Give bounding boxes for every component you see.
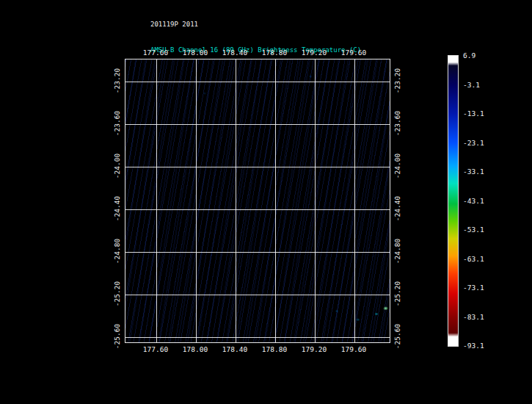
colorbar-tick-label: -23.1	[463, 138, 484, 146]
grid-line-horizontal	[125, 209, 390, 210]
y-tick-label-right: -23.60	[393, 111, 401, 136]
y-tick-label-left: -24.40	[113, 196, 121, 221]
colorbar-tick-label: -43.1	[463, 196, 484, 204]
y-tick-label-right: -25.20	[393, 281, 401, 306]
product-id: 201119P 2011	[150, 21, 361, 29]
colorbar-tick-label: 6.9	[463, 51, 475, 59]
y-tick-label-left: -25.60	[113, 324, 121, 349]
colorbar-tick-label: -63.1	[463, 254, 484, 262]
x-tick-label-top: 178.00	[183, 48, 208, 57]
grid-line-vertical	[236, 59, 236, 342]
y-tick-label-right: -25.60	[393, 324, 401, 349]
x-tick-label-bottom: 179.20	[302, 345, 327, 353]
colorbar-tick-label: -53.1	[463, 226, 484, 234]
colorbar-tick-label: -3.1	[463, 80, 480, 88]
y-tick-label-left: -23.60	[113, 111, 121, 136]
grid-line-horizontal	[125, 124, 390, 125]
y-tick-label-right: -24.80	[393, 239, 401, 264]
colorbar-tick-label: -33.1	[463, 167, 484, 176]
colorbar-tick-label: -13.1	[463, 109, 484, 118]
x-tick-label-top: 179.20	[302, 48, 327, 57]
grid-line-vertical	[156, 59, 157, 342]
colorbar-tick-label: -83.1	[463, 312, 484, 320]
grid-line-horizontal	[125, 295, 390, 295]
x-tick-label-bottom: 177.60	[143, 345, 168, 353]
x-tick-label-bottom: 178.00	[183, 345, 208, 353]
satellite-product-screen: 201119P 2011 AMSU-B Channel 16 (89 GHz) …	[0, 0, 532, 404]
y-tick-label-right: -24.40	[393, 196, 401, 221]
map-plot-area	[125, 59, 390, 343]
grid-line-horizontal	[125, 337, 390, 338]
grid-line-vertical	[315, 59, 316, 342]
colorbar-gradient	[448, 55, 459, 347]
x-tick-label-top: 179.60	[341, 48, 366, 57]
x-tick-label-top: 178.40	[222, 48, 247, 57]
x-tick-label-top: 177.60	[143, 48, 168, 57]
y-tick-label-left: -25.20	[113, 281, 121, 306]
grid-line-horizontal	[125, 82, 390, 82]
y-tick-label-right: -23.20	[393, 68, 401, 93]
colorbar-tick-label: -93.1	[463, 342, 484, 350]
y-tick-label-left: -24.80	[113, 239, 121, 264]
colorbar-tick-label: -73.1	[463, 284, 484, 292]
grid-line-vertical	[354, 59, 355, 342]
x-tick-label-bottom: 178.40	[222, 345, 247, 353]
x-tick-label-top: 178.80	[262, 48, 287, 57]
grid-line-horizontal	[125, 167, 390, 167]
y-tick-label-left: -24.00	[113, 154, 121, 178]
grid-line-vertical	[275, 59, 276, 342]
x-tick-label-bottom: 179.60	[341, 345, 366, 353]
x-tick-label-bottom: 178.80	[262, 345, 287, 353]
y-tick-label-right: -24.00	[393, 154, 401, 178]
grid-line-vertical	[196, 59, 197, 342]
y-tick-label-left: -23.20	[113, 68, 121, 93]
grid-line-horizontal	[125, 252, 390, 253]
brightness-temperature-field	[125, 59, 390, 342]
